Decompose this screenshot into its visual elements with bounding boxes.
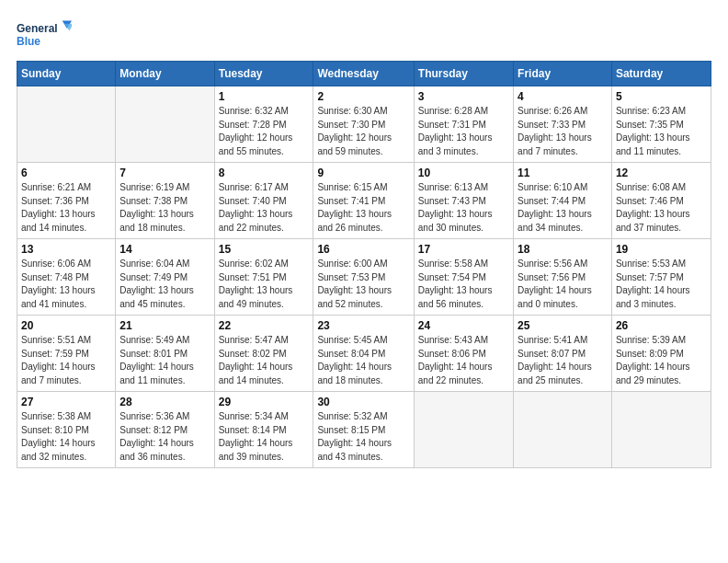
- col-header-saturday: Saturday: [611, 62, 711, 86]
- header-row: SundayMondayTuesdayWednesdayThursdayFrid…: [17, 62, 711, 86]
- day-number: 2: [317, 90, 409, 103]
- day-number: 25: [518, 319, 608, 332]
- day-detail: Sunrise: 6:04 AM Sunset: 7:49 PM Dayligh…: [119, 258, 210, 311]
- day-detail: Sunrise: 5:36 AM Sunset: 8:12 PM Dayligh…: [119, 410, 210, 464]
- day-cell: 25Sunrise: 5:41 AM Sunset: 8:07 PM Dayli…: [514, 316, 612, 392]
- day-cell: 20Sunrise: 5:51 AM Sunset: 7:59 PM Dayli…: [17, 316, 116, 392]
- day-detail: Sunrise: 5:58 AM Sunset: 7:54 PM Dayligh…: [418, 258, 509, 311]
- day-cell: 8Sunrise: 6:17 AM Sunset: 7:40 PM Daylig…: [214, 163, 313, 239]
- header: General Blue: [17, 17, 711, 52]
- day-number: 30: [317, 396, 409, 408]
- day-cell: [17, 86, 116, 163]
- day-number: 10: [418, 167, 509, 179]
- day-cell: 17Sunrise: 5:58 AM Sunset: 7:54 PM Dayli…: [414, 239, 513, 316]
- day-detail: Sunrise: 5:34 AM Sunset: 8:14 PM Dayligh…: [219, 410, 310, 464]
- day-number: 5: [616, 90, 707, 103]
- day-number: 6: [21, 167, 111, 179]
- day-detail: Sunrise: 6:26 AM Sunset: 7:33 PM Dayligh…: [518, 105, 608, 158]
- day-number: 1: [219, 90, 310, 103]
- day-cell: 22Sunrise: 5:47 AM Sunset: 8:02 PM Dayli…: [214, 316, 313, 392]
- day-cell: 29Sunrise: 5:34 AM Sunset: 8:14 PM Dayli…: [214, 392, 313, 468]
- day-number: 17: [418, 243, 509, 256]
- week-row-2: 6Sunrise: 6:21 AM Sunset: 7:36 PM Daylig…: [17, 163, 711, 239]
- day-number: 13: [21, 243, 111, 256]
- day-cell: 18Sunrise: 5:56 AM Sunset: 7:56 PM Dayli…: [514, 239, 612, 316]
- day-cell: 12Sunrise: 6:08 AM Sunset: 7:46 PM Dayli…: [611, 163, 711, 239]
- day-cell: 6Sunrise: 6:21 AM Sunset: 7:36 PM Daylig…: [17, 163, 116, 239]
- day-number: 23: [317, 319, 409, 332]
- day-number: 27: [21, 396, 111, 408]
- day-detail: Sunrise: 5:45 AM Sunset: 8:04 PM Dayligh…: [317, 334, 409, 387]
- day-cell: 4Sunrise: 6:26 AM Sunset: 7:33 PM Daylig…: [514, 86, 612, 163]
- col-header-monday: Monday: [116, 62, 214, 86]
- day-detail: Sunrise: 6:30 AM Sunset: 7:30 PM Dayligh…: [317, 105, 409, 158]
- col-header-tuesday: Tuesday: [214, 62, 313, 86]
- day-number: 18: [518, 243, 608, 256]
- day-number: 28: [119, 396, 210, 408]
- day-number: 14: [119, 243, 210, 256]
- day-cell: [611, 392, 711, 468]
- day-detail: Sunrise: 5:56 AM Sunset: 7:56 PM Dayligh…: [518, 258, 608, 311]
- day-number: 20: [21, 319, 111, 332]
- day-detail: Sunrise: 5:39 AM Sunset: 8:09 PM Dayligh…: [616, 334, 707, 387]
- day-cell: 1Sunrise: 6:32 AM Sunset: 7:28 PM Daylig…: [214, 86, 313, 163]
- calendar-header: SundayMondayTuesdayWednesdayThursdayFrid…: [17, 62, 711, 86]
- day-detail: Sunrise: 6:08 AM Sunset: 7:46 PM Dayligh…: [616, 181, 707, 235]
- day-number: 8: [219, 167, 310, 179]
- day-number: 11: [518, 167, 608, 179]
- day-cell: 24Sunrise: 5:43 AM Sunset: 8:06 PM Dayli…: [414, 316, 513, 392]
- week-row-4: 20Sunrise: 5:51 AM Sunset: 7:59 PM Dayli…: [17, 316, 711, 392]
- calendar-body: 1Sunrise: 6:32 AM Sunset: 7:28 PM Daylig…: [17, 86, 711, 468]
- page: General Blue SundayMondayTuesdayWednesda…: [0, 0, 728, 563]
- day-number: 12: [616, 167, 707, 179]
- col-header-sunday: Sunday: [17, 62, 116, 86]
- day-number: 3: [418, 90, 509, 103]
- day-cell: [514, 392, 612, 468]
- calendar-table: SundayMondayTuesdayWednesdayThursdayFrid…: [17, 61, 711, 468]
- day-detail: Sunrise: 5:49 AM Sunset: 8:01 PM Dayligh…: [119, 334, 210, 387]
- day-cell: [414, 392, 513, 468]
- day-detail: Sunrise: 5:47 AM Sunset: 8:02 PM Dayligh…: [219, 334, 310, 387]
- day-detail: Sunrise: 6:00 AM Sunset: 7:53 PM Dayligh…: [317, 258, 409, 311]
- week-row-3: 13Sunrise: 6:06 AM Sunset: 7:48 PM Dayli…: [17, 239, 711, 316]
- day-detail: Sunrise: 6:21 AM Sunset: 7:36 PM Dayligh…: [21, 181, 111, 235]
- day-cell: 10Sunrise: 6:13 AM Sunset: 7:43 PM Dayli…: [414, 163, 513, 239]
- day-cell: 26Sunrise: 5:39 AM Sunset: 8:09 PM Dayli…: [611, 316, 711, 392]
- col-header-thursday: Thursday: [414, 62, 513, 86]
- day-detail: Sunrise: 6:19 AM Sunset: 7:38 PM Dayligh…: [119, 181, 210, 235]
- day-cell: [116, 86, 214, 163]
- day-detail: Sunrise: 6:17 AM Sunset: 7:40 PM Dayligh…: [219, 181, 310, 235]
- week-row-1: 1Sunrise: 6:32 AM Sunset: 7:28 PM Daylig…: [17, 86, 711, 163]
- day-number: 7: [119, 167, 210, 179]
- logo: General Blue: [17, 17, 72, 52]
- day-detail: Sunrise: 6:28 AM Sunset: 7:31 PM Dayligh…: [418, 105, 509, 158]
- svg-text:General: General: [17, 22, 58, 35]
- day-cell: 23Sunrise: 5:45 AM Sunset: 8:04 PM Dayli…: [313, 316, 414, 392]
- day-cell: 28Sunrise: 5:36 AM Sunset: 8:12 PM Dayli…: [116, 392, 214, 468]
- day-number: 4: [518, 90, 608, 103]
- day-cell: 27Sunrise: 5:38 AM Sunset: 8:10 PM Dayli…: [17, 392, 116, 468]
- day-cell: 11Sunrise: 6:10 AM Sunset: 7:44 PM Dayli…: [514, 163, 612, 239]
- day-number: 9: [317, 167, 409, 179]
- day-detail: Sunrise: 6:32 AM Sunset: 7:28 PM Dayligh…: [219, 105, 310, 158]
- day-detail: Sunrise: 5:32 AM Sunset: 8:15 PM Dayligh…: [317, 410, 409, 464]
- col-header-wednesday: Wednesday: [313, 62, 414, 86]
- day-cell: 7Sunrise: 6:19 AM Sunset: 7:38 PM Daylig…: [116, 163, 214, 239]
- day-detail: Sunrise: 5:41 AM Sunset: 8:07 PM Dayligh…: [518, 334, 608, 387]
- day-detail: Sunrise: 6:23 AM Sunset: 7:35 PM Dayligh…: [616, 105, 707, 158]
- day-number: 15: [219, 243, 310, 256]
- svg-marker-3: [64, 24, 72, 31]
- day-cell: 15Sunrise: 6:02 AM Sunset: 7:51 PM Dayli…: [214, 239, 313, 316]
- day-cell: 2Sunrise: 6:30 AM Sunset: 7:30 PM Daylig…: [313, 86, 414, 163]
- day-detail: Sunrise: 6:13 AM Sunset: 7:43 PM Dayligh…: [418, 181, 509, 235]
- day-number: 22: [219, 319, 310, 332]
- svg-text:Blue: Blue: [17, 35, 40, 48]
- day-number: 29: [219, 396, 310, 408]
- day-cell: 30Sunrise: 5:32 AM Sunset: 8:15 PM Dayli…: [313, 392, 414, 468]
- day-number: 19: [616, 243, 707, 256]
- day-cell: 9Sunrise: 6:15 AM Sunset: 7:41 PM Daylig…: [313, 163, 414, 239]
- day-detail: Sunrise: 5:53 AM Sunset: 7:57 PM Dayligh…: [616, 258, 707, 311]
- day-cell: 19Sunrise: 5:53 AM Sunset: 7:57 PM Dayli…: [611, 239, 711, 316]
- day-number: 26: [616, 319, 707, 332]
- day-cell: 5Sunrise: 6:23 AM Sunset: 7:35 PM Daylig…: [611, 86, 711, 163]
